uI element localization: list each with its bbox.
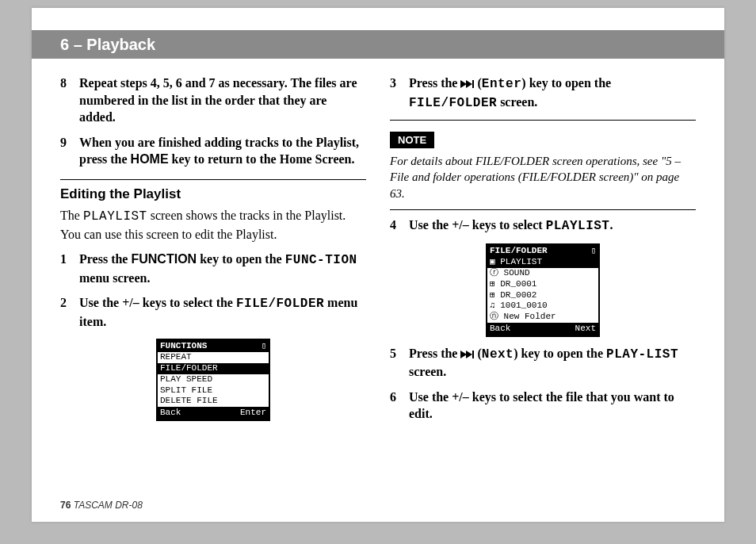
step-text: Use the +/– keys to select the FILE/FOLD… xyxy=(79,294,366,330)
two-column-layout: 8 Repeat steps 4, 5, 6 and 7 as necessar… xyxy=(60,71,696,431)
step-text: Repeat steps 4, 5, 6 and 7 as necessary.… xyxy=(79,75,366,126)
step-text: Press the FUNCTION key to open the FUNC-… xyxy=(79,251,366,286)
key-label: Next xyxy=(482,347,514,362)
note-text: For details about FILE/FOLDER screen ope… xyxy=(390,153,696,201)
step-5: 5 Press the (Next) key to open the PLAY-… xyxy=(390,345,696,381)
screen-name: PLAYLIST xyxy=(83,209,147,224)
lcd-footer: Back Enter xyxy=(158,407,269,419)
step-number: 3 xyxy=(390,75,409,112)
lcd-row: ⓡ SOUND xyxy=(487,268,598,279)
step-4: 4 Use the +/– keys to select PLAYLIST. xyxy=(390,216,696,236)
battery-icon: ▯ xyxy=(590,246,596,257)
step-1: 1 Press the FUNCTION key to open the FUN… xyxy=(60,251,366,286)
note-label: NOTE xyxy=(390,132,434,148)
step-number: 9 xyxy=(60,134,79,168)
step-3: 3 Press the (Enter) key to open the FILE… xyxy=(390,75,696,112)
step-8: 8 Repeat steps 4, 5, 6 and 7 as necessar… xyxy=(60,75,366,126)
step-text: Use the +/– keys to select PLAYLIST. xyxy=(409,216,696,236)
step-2: 2 Use the +/– keys to select the FILE/FO… xyxy=(60,294,366,330)
fast-forward-icon xyxy=(460,351,474,358)
fast-forward-icon xyxy=(460,80,474,88)
lcd-row: FILE/FOLDER xyxy=(158,363,269,374)
lcd-row: ⓝ New Folder xyxy=(487,312,598,323)
lcd-title: FUNCTIONS xyxy=(160,341,207,352)
lcd-next-label: Next xyxy=(575,324,596,335)
key-label: FUNCTION xyxy=(131,252,197,266)
screen-name: FILE/FOLDER xyxy=(236,297,324,311)
lcd-functions-screen: FUNCTIONS ▯ REPEATFILE/FOLDERPLAY SPEEDS… xyxy=(156,339,270,421)
screen-name: FUNC-TION xyxy=(285,253,357,267)
screen-name: PLAYLIST xyxy=(546,219,610,233)
right-column: 3 Press the (Enter) key to open the FILE… xyxy=(390,71,696,431)
section-rule xyxy=(60,179,366,180)
step-number: 6 xyxy=(390,389,409,423)
intro-paragraph: The PLAYLIST screen shows the tracks in … xyxy=(60,207,366,243)
lcd-header: FILE/FOLDER ▯ xyxy=(487,245,598,258)
note-rule xyxy=(390,120,696,121)
lcd-row: PLAY SPEED xyxy=(158,374,269,385)
battery-icon: ▯ xyxy=(261,341,266,352)
lcd-footer: Back Next xyxy=(487,323,598,335)
step-text: Press the (Enter) key to open the FILE/F… xyxy=(409,75,696,112)
lcd-row: ▣ PLAYLIST xyxy=(487,257,598,268)
screen-name: PLAY-LIST xyxy=(606,347,678,362)
sub-heading: Editing the Playlist xyxy=(60,186,366,202)
lcd-file-folder-screen: FILE/FOLDER ▯ ▣ PLAYLISTⓡ SOUND⊞ DR_0001… xyxy=(486,243,600,337)
lcd-back-label: Back xyxy=(490,324,510,335)
lcd-back-label: Back xyxy=(160,408,181,419)
chapter-banner: 6 – Playback xyxy=(32,30,724,59)
step-number: 4 xyxy=(390,216,409,236)
step-number: 5 xyxy=(390,345,409,381)
page-footer: 76 TASCAM DR-08 xyxy=(60,500,143,511)
step-text: Use the +/– keys to select the file that… xyxy=(409,389,696,423)
chapter-title: 6 – Playback xyxy=(32,36,155,53)
lcd-row-list: ▣ PLAYLISTⓡ SOUND⊞ DR_0001⊞ DR_0002♫ 100… xyxy=(487,257,598,323)
lcd-row: DELETE FILE xyxy=(158,396,269,407)
note-rule xyxy=(390,209,696,210)
left-column: 8 Repeat steps 4, 5, 6 and 7 as necessar… xyxy=(60,71,366,431)
step-text: Press the (Next) key to open the PLAY-LI… xyxy=(409,345,696,381)
step-number: 8 xyxy=(60,75,79,126)
step-text: When you are finished adding tracks to t… xyxy=(79,134,366,168)
step-number: 1 xyxy=(60,251,79,286)
lcd-row: SPLIT FILE xyxy=(158,385,269,397)
lcd-row-list: REPEATFILE/FOLDERPLAY SPEEDSPLIT FILEDEL… xyxy=(158,352,269,407)
manual-page: 6 – Playback 8 Repeat steps 4, 5, 6 and … xyxy=(32,8,724,522)
page-number: 76 xyxy=(60,500,71,511)
step-9: 9 When you are finished adding tracks to… xyxy=(60,134,366,168)
lcd-row: REPEAT xyxy=(158,352,269,363)
lcd-header: FUNCTIONS ▯ xyxy=(158,340,269,353)
lcd-enter-label: Enter xyxy=(240,408,266,419)
lcd-title: FILE/FOLDER xyxy=(490,246,548,257)
key-label: HOME xyxy=(131,152,169,166)
step-number: 2 xyxy=(60,294,79,330)
screen-name: FILE/FOLDER xyxy=(409,96,497,110)
step-6: 6 Use the +/– keys to select the file th… xyxy=(390,389,696,423)
lcd-row: ⊞ DR_0002 xyxy=(487,290,598,301)
lcd-row: ♫ 1001_0010 xyxy=(487,301,598,312)
product-name: TASCAM DR-08 xyxy=(74,500,143,511)
key-label: Enter xyxy=(482,77,522,91)
lcd-row: ⊞ DR_0001 xyxy=(487,279,598,290)
